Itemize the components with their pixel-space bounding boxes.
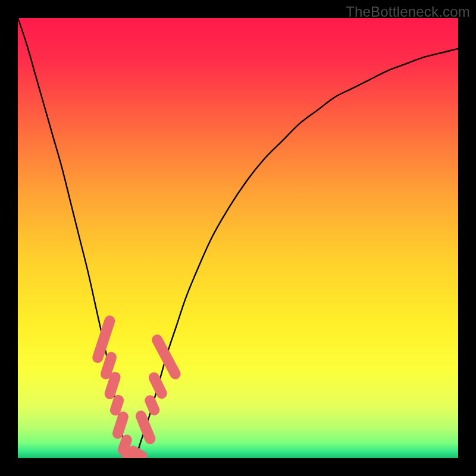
watermark-text: TheBottleneck.com	[346, 4, 470, 20]
marker-group	[91, 314, 183, 458]
plot-area	[18, 18, 458, 458]
chart-frame: TheBottleneck.com	[0, 0, 476, 476]
curve-layer	[18, 18, 458, 458]
bottleneck-curve	[18, 18, 458, 458]
